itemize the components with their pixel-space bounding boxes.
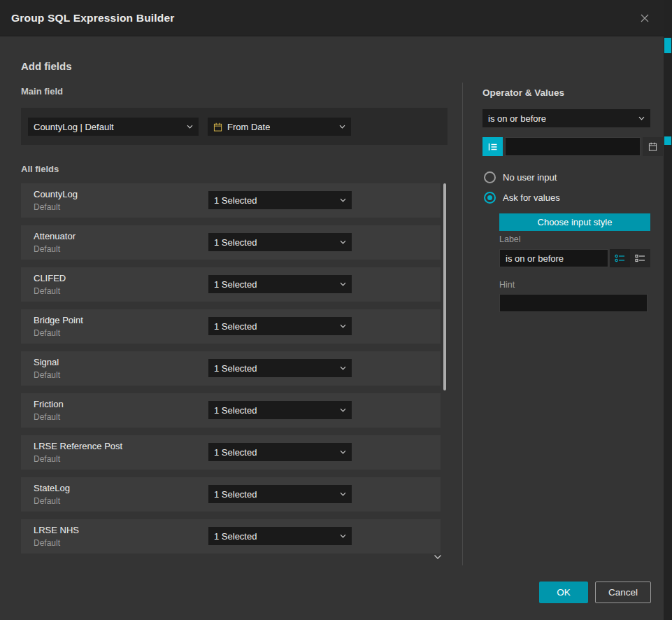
field-subtitle: Default: [34, 244, 76, 254]
chevron-down-icon: [340, 366, 346, 370]
field-values-select[interactable]: 1 Selected: [208, 191, 352, 209]
choose-input-style-button[interactable]: Choose input style: [499, 213, 650, 231]
chevron-down-icon: [340, 534, 346, 538]
field-name: LRSE NHS: [34, 525, 79, 535]
field-subtitle: Default: [34, 328, 83, 338]
field-row: CLIFED Default 1 Selected: [21, 267, 441, 302]
field-row-text: LRSE Reference Post Default: [34, 441, 122, 464]
field-name: CountyLog: [34, 189, 78, 199]
radio-ask-for-values[interactable]: Ask for values: [482, 192, 560, 204]
field-values-select-value: 1 Selected: [214, 405, 257, 416]
chevron-down-icon: [339, 125, 345, 129]
field-row: Bridge Point Default 1 Selected: [21, 309, 441, 344]
field-subtitle: Default: [34, 412, 64, 422]
radio-list-style-button[interactable]: [610, 249, 630, 267]
chevron-down-icon: [340, 492, 346, 496]
scrollbar-thumb[interactable]: [443, 183, 446, 390]
chevron-down-icon: [638, 116, 645, 120]
checkbox-list-style-button[interactable]: [630, 249, 650, 267]
field-values-select-value: 1 Selected: [214, 447, 257, 458]
field-row-text: CountyLog Default: [34, 189, 78, 212]
main-field-heading: Main field: [21, 86, 63, 97]
field-subtitle: Default: [34, 538, 79, 548]
field-name: StateLog: [34, 483, 70, 493]
field-row: StateLog Default 1 Selected: [21, 477, 441, 512]
value-input[interactable]: [505, 137, 641, 156]
chevron-down-icon: [340, 240, 346, 244]
field-row-text: CLIFED Default: [34, 273, 66, 296]
field-values-select[interactable]: 1 Selected: [208, 317, 352, 335]
field-row: Attenuator Default 1 Selected: [21, 225, 441, 260]
field-row: CountyLog Default 1 Selected: [21, 183, 441, 218]
input-style-toggle-group: [610, 249, 650, 267]
main-field-select[interactable]: From Date: [208, 118, 351, 136]
field-name: LRSE Reference Post: [34, 441, 122, 451]
calendar-icon: [213, 122, 222, 132]
operator-select[interactable]: is on or before: [482, 109, 650, 127]
chevron-down-icon: [340, 408, 346, 412]
field-values-select[interactable]: 1 Selected: [208, 443, 352, 461]
field-values-select[interactable]: 1 Selected: [208, 275, 352, 293]
scroll-down-icon[interactable]: [434, 550, 442, 563]
ok-button[interactable]: OK: [539, 582, 588, 603]
field-name: CLIFED: [34, 273, 66, 283]
field-subtitle: Default: [34, 496, 70, 506]
field-row-text: LRSE NHS Default: [34, 525, 79, 548]
cancel-button[interactable]: Cancel: [595, 582, 651, 603]
field-row-text: Signal Default: [34, 357, 60, 380]
chevron-down-icon: [340, 450, 346, 454]
field-name: Bridge Point: [34, 315, 83, 325]
close-icon[interactable]: [637, 10, 652, 26]
add-fields-heading: Add fields: [21, 60, 72, 72]
field-row: LRSE NHS Default 1 Selected: [21, 519, 441, 554]
label-caption: Label: [499, 234, 521, 244]
field-name: Attenuator: [34, 231, 76, 241]
field-values-select[interactable]: 1 Selected: [208, 485, 352, 503]
field-values-select-value: 1 Selected: [214, 195, 257, 206]
field-subtitle: Default: [34, 286, 66, 296]
field-values-select-value: 1 Selected: [214, 321, 257, 332]
main-field-panel: CountyLog | Default From Date: [21, 108, 448, 145]
layer-select-value: CountyLog | Default: [34, 122, 114, 132]
field-name: Signal: [34, 357, 60, 367]
calendar-picker-button[interactable]: [643, 137, 663, 156]
fields-scrollbar[interactable]: [443, 183, 447, 561]
field-values-select-value: 1 Selected: [214, 489, 257, 500]
main-field-select-value: From Date: [227, 122, 270, 132]
all-fields-list: CountyLog Default 1 Selected Attenuator …: [21, 183, 441, 561]
dialog-titlebar: Group SQL Expression Builder: [0, 0, 664, 36]
layer-select[interactable]: CountyLog | Default: [28, 118, 199, 136]
field-values-select[interactable]: 1 Selected: [208, 401, 352, 419]
field-subtitle: Default: [34, 370, 60, 380]
scroll-marker: [664, 136, 671, 145]
chevron-down-icon: [340, 282, 346, 286]
radio-no-user-input[interactable]: No user input: [482, 171, 557, 183]
label-input[interactable]: [499, 249, 608, 267]
value-input-row: [482, 137, 650, 156]
field-row: Signal Default 1 Selected: [21, 351, 441, 386]
field-values-select[interactable]: 1 Selected: [208, 527, 352, 545]
hint-caption: Hint: [499, 280, 515, 290]
field-values-select[interactable]: 1 Selected: [208, 233, 352, 251]
chevron-down-icon: [187, 125, 193, 129]
field-subtitle: Default: [34, 454, 122, 464]
page-scrollbar-strip: [664, 0, 672, 620]
field-row-text: Attenuator Default: [34, 231, 76, 254]
operator-values-panel: Operator & Values is on or before No use…: [482, 84, 650, 532]
field-values-select-value: 1 Selected: [214, 531, 257, 542]
radio-ask-for-values-label: Ask for values: [503, 192, 560, 203]
field-row-text: Bridge Point Default: [34, 315, 83, 338]
dialog-title: Group SQL Expression Builder: [11, 12, 175, 24]
radio-circle: [484, 171, 496, 183]
field-list-button[interactable]: [482, 137, 503, 156]
hint-input[interactable]: [499, 294, 648, 312]
chevron-down-icon: [340, 324, 346, 328]
group-sql-expression-builder-dialog: Group SQL Expression Builder Add fields …: [0, 0, 672, 620]
field-values-select-value: 1 Selected: [214, 237, 257, 248]
field-values-select[interactable]: 1 Selected: [208, 359, 352, 377]
operator-values-heading: Operator & Values: [482, 87, 564, 98]
field-name: Friction: [34, 399, 64, 409]
field-subtitle: Default: [34, 202, 78, 212]
label-input-row: [499, 249, 650, 267]
field-row-text: StateLog Default: [34, 483, 70, 506]
